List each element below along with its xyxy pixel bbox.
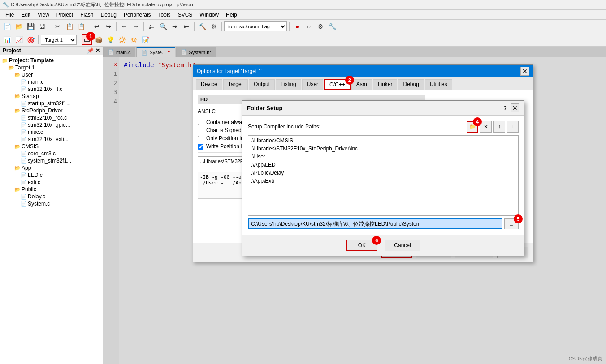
search-dropdown[interactable]: turn_sickroom_flag (224, 21, 287, 31)
down-path-btn[interactable]: ↓ (507, 121, 519, 133)
forward-btn[interactable]: → (130, 21, 141, 32)
app-icon: 🔧 (3, 2, 9, 8)
open-btn[interactable]: 📂 (13, 21, 24, 32)
tb2-btn6[interactable]: 💡 (105, 34, 116, 45)
path-list[interactable]: .\Libraries\CMSIS .\Libraries\STM32F10x_… (248, 135, 519, 216)
save-all-btn[interactable]: 🖫 (37, 21, 48, 32)
del-path-btn[interactable]: ✕ (480, 121, 492, 133)
path-browse-btn[interactable]: ... 5 (504, 218, 519, 229)
opt-tab-cpp[interactable]: C/C++ 2 (324, 79, 351, 90)
menu-project[interactable]: Project (53, 11, 77, 19)
container-always-int-check[interactable] (198, 120, 203, 125)
tb2-btn7[interactable]: 🔆 (117, 34, 127, 45)
tree-label: Delay.c (28, 193, 45, 200)
new-file-btn[interactable]: 📄 (2, 21, 13, 32)
tree-item[interactable]: 📄stm32f10x_it.c (2, 86, 101, 93)
path-item-1[interactable]: .\Libraries\STM32F10x_StdPeriph_Driver\i… (249, 145, 517, 153)
add-path-btn[interactable]: 📁 4 (467, 121, 478, 133)
opt-tab-utilities[interactable]: Utilities (425, 79, 452, 90)
path-item-2[interactable]: .\User (249, 153, 517, 161)
path-item-0[interactable]: .\Libraries\CMSIS (249, 137, 517, 145)
indent-btn[interactable]: ⇥ (169, 21, 180, 32)
tree-item[interactable]: 📂Public (2, 186, 101, 193)
menu-file[interactable]: File (2, 11, 17, 19)
tree-item[interactable]: 📄stm32f10x_exti... (2, 136, 101, 143)
opt-tab-device[interactable]: Device (196, 79, 222, 90)
build-btn[interactable]: 🔨 (197, 21, 208, 32)
pin-icon[interactable]: 📌 (87, 47, 94, 54)
debug-settings-btn[interactable]: ⚙ (315, 21, 326, 32)
bookmark-btn[interactable]: 🏷 (146, 21, 157, 32)
options-close-btn[interactable]: ✕ (520, 67, 529, 76)
tree-item[interactable]: 📁Project: Template (2, 57, 101, 64)
folder-ok-btn[interactable]: OK 6 (346, 240, 377, 251)
tb2-btn1[interactable]: 📊 (2, 34, 13, 45)
write-position-check[interactable] (198, 144, 203, 150)
opt-tab-listing[interactable]: Listing (276, 79, 301, 90)
up-path-btn[interactable]: ↑ (493, 121, 505, 133)
tree-item[interactable]: 📄misc.c (2, 128, 101, 136)
only-position-check[interactable] (198, 136, 203, 141)
tb2-btn9[interactable]: 📝 (140, 34, 151, 45)
menu-edit[interactable]: Edit (17, 11, 34, 19)
menu-flash[interactable]: Flash (77, 11, 97, 19)
char-signed-check[interactable] (198, 128, 203, 133)
opt-tab-target[interactable]: Target (223, 79, 248, 90)
cut-btn[interactable]: ✂ (52, 21, 63, 32)
path-input[interactable] (248, 218, 502, 229)
tree-item[interactable]: 📄exti.c (2, 179, 101, 186)
menu-help[interactable]: Help (222, 11, 241, 19)
paste-btn[interactable]: 📋 (76, 21, 87, 32)
menu-svcs[interactable]: SVCS (174, 11, 196, 19)
tree-item[interactable]: 📂User (2, 71, 101, 78)
tree-item[interactable]: 📄System.c (2, 200, 101, 207)
undo-btn[interactable]: ↩ (91, 21, 102, 32)
tb2-btn3[interactable]: 🎯 (25, 34, 36, 45)
opt-tab-output[interactable]: Output (249, 79, 275, 90)
tree-item[interactable]: 📂Target 1 (2, 64, 101, 71)
back-btn[interactable]: ← (119, 21, 130, 32)
opt-tab-asm[interactable]: Asm (351, 79, 372, 90)
copy-btn[interactable]: 📋 (64, 21, 75, 32)
settings-btn[interactable]: 🔧 (327, 21, 338, 32)
folder-cancel-btn[interactable]: Cancel (385, 240, 420, 251)
path-item-5[interactable]: .\App\Exti (249, 177, 517, 185)
find-btn[interactable]: 🔍 (158, 21, 169, 32)
tb2-btn8[interactable]: 🔅 (128, 34, 139, 45)
debug-start-btn[interactable]: ● (292, 21, 303, 32)
tree-item[interactable]: 📄main.c (2, 78, 101, 86)
path-item-4[interactable]: .\Public\Delay (249, 169, 517, 177)
opt-tab-debug[interactable]: Debug (398, 79, 424, 90)
tb2-btn2[interactable]: 📈 (13, 34, 24, 45)
menu-tools[interactable]: Tools (155, 11, 174, 19)
outdent-btn[interactable]: ⇤ (181, 21, 192, 32)
tree-item[interactable]: 📄startup_stm32f1... (2, 100, 101, 107)
target-dropdown[interactable]: Target 1 (41, 35, 77, 45)
tree-item[interactable]: 📄Delay.c (2, 193, 101, 200)
compile-btn[interactable]: ⚙ (208, 21, 219, 32)
menu-view[interactable]: View (34, 11, 53, 19)
opt-tab-linker[interactable]: Linker (373, 79, 398, 90)
tree-item[interactable]: 📄stm32f10x_rcc.c (2, 114, 101, 121)
tree-item[interactable]: 📄core_cm3.c (2, 150, 101, 157)
tree-item[interactable]: 📄stm32f10x_gpio... (2, 121, 101, 128)
tree-item[interactable]: 📂App (2, 164, 101, 171)
redo-btn[interactable]: ↪ (103, 21, 114, 32)
tree-item[interactable]: 📂Startap (2, 93, 101, 100)
tree-item[interactable]: 📂CMSIS (2, 143, 101, 150)
menu-peripherals[interactable]: Peripherals (120, 11, 155, 19)
tree-item[interactable]: 📄LED.c (2, 171, 101, 179)
tree-item[interactable]: 📄system_stm32f1... (2, 157, 101, 164)
help-icon: ? (503, 105, 507, 111)
debug-stop-btn[interactable]: ○ (303, 21, 314, 32)
menu-debug[interactable]: Debug (97, 11, 120, 19)
path-item-3[interactable]: .\App\LED (249, 161, 517, 169)
opt-tab-user[interactable]: User (302, 79, 323, 90)
menu-window[interactable]: Window (196, 11, 222, 19)
manage-project-btn[interactable]: 🗂 1 (82, 34, 92, 45)
folder-close-btn[interactable]: ✕ (511, 103, 519, 112)
project-panel-header: Project 📌 ✕ (0, 47, 103, 55)
save-btn[interactable]: 💾 (25, 21, 36, 32)
close-panel-icon[interactable]: ✕ (95, 47, 100, 54)
tree-item[interactable]: 📂StdPeriph_Driver (2, 107, 101, 114)
